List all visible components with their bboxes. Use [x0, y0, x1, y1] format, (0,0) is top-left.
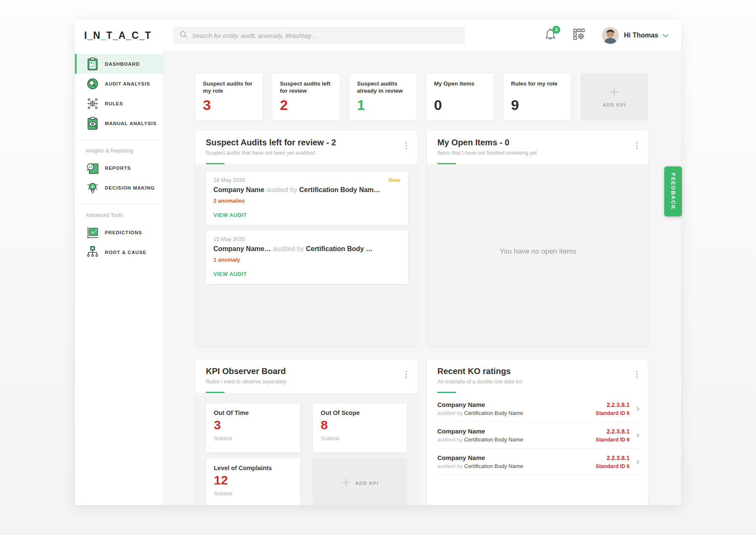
- rules-icon: [86, 96, 99, 111]
- observer-value: 8: [321, 419, 399, 431]
- intact-logo: I_N_T_A_C_T: [84, 30, 157, 41]
- sidebar-item-predictions[interactable]: PREDICTIONS: [75, 222, 163, 242]
- search-input[interactable]: [192, 32, 458, 39]
- avatar[interactable]: [602, 27, 619, 44]
- panel-menu-button[interactable]: [634, 139, 639, 152]
- dashboard-icon: [86, 57, 99, 71]
- sidebar-item-rules[interactable]: RULES: [75, 94, 163, 113]
- ko-rating-row[interactable]: Company Name audited by Certification Bo…: [437, 396, 639, 422]
- audit-date: 15 May 2020: [213, 236, 245, 242]
- kpi-card-rules-for-my-role[interactable]: Rules for my role 9: [503, 73, 571, 120]
- app-window: I_N_T_A_C_T 3: [75, 20, 681, 505]
- ko-rating-row[interactable]: Company Name audited by Certification Bo…: [437, 422, 639, 449]
- kpi-card-my-open-items[interactable]: My Open Items 0 -: [426, 73, 494, 120]
- sidebar-item-label: DASHBOARD: [105, 62, 140, 67]
- panel-body: Company Name audited by Certification Bo…: [427, 393, 648, 505]
- panel-subtitle: Suspect audits that have not been yet an…: [206, 150, 408, 156]
- logo-accent-underscore: _: [101, 30, 106, 41]
- kpi-card-suspect-audits-my-role[interactable]: Suspect audits for my role 3: [195, 73, 263, 120]
- add-kpi-label: ADD KPI: [355, 481, 379, 486]
- panel-menu-button[interactable]: [634, 368, 639, 381]
- observer-value: 3: [214, 419, 292, 431]
- audit-card[interactable]: 15 May 2020 Company Name… audited by Cer…: [206, 230, 408, 284]
- sidebar-item-audit-analysis[interactable]: AUDIT ANALYSIS: [75, 74, 163, 94]
- sidebar-item-decision-making[interactable]: DECISION MAKING: [75, 178, 163, 198]
- chevron-right-icon[interactable]: ›: [636, 457, 639, 466]
- logo-part1: I_N: [84, 30, 101, 41]
- panels-row: Suspect Audits left for review - 2 Suspe…: [195, 131, 648, 347]
- ko-rating: 2.2.3.8.1: [596, 455, 630, 461]
- audit-main-line: Company Name audited by Certification Bo…: [213, 186, 400, 194]
- audited-by-line: audited by Certification Body Name: [437, 410, 523, 416]
- panel-recent-ko-ratings: Recent KO ratings An example of a double…: [427, 359, 648, 505]
- new-badge: New: [389, 177, 400, 183]
- bell-icon: [545, 35, 556, 42]
- panel-body: Out Of Time 3 Subtext Out Of Scope 8 Sub…: [195, 393, 417, 505]
- sidebar-item-manual-analysis[interactable]: MANUAL ANALYSIS: [75, 113, 163, 133]
- audited-by-label: audited by: [437, 436, 463, 443]
- sidebar-item-label: REPORTS: [105, 166, 131, 171]
- sidebar-item-label: ROOT & CAUSE: [105, 250, 146, 255]
- bottom-panels-row: KPI Observer Board Rules I want to obser…: [195, 359, 648, 505]
- company-name: Company Name: [437, 401, 523, 408]
- observer-card-out-of-scope[interactable]: Out Of Scope 8 Subtext: [313, 403, 407, 452]
- user-menu[interactable]: Hi Thomas: [624, 32, 668, 39]
- notifications-button[interactable]: 3: [545, 29, 556, 43]
- observer-subtext: Subtext: [321, 435, 399, 441]
- top-bar: I_N_T_A_C_T 3: [75, 20, 681, 51]
- audit-analysis-icon: [86, 77, 99, 91]
- sidebar-item-label: PREDICTIONS: [105, 230, 142, 235]
- notification-badge: 3: [552, 26, 560, 34]
- audited-by-line: audited by Certification Body Name: [437, 436, 523, 443]
- kpi-value: 1: [357, 98, 409, 112]
- panel-kpi-observer: KPI Observer Board Rules I want to obser…: [195, 359, 417, 505]
- sidebar-section-insights: Insights & Reporting: [75, 148, 163, 154]
- panel-menu-button[interactable]: [404, 139, 409, 152]
- observer-card-out-of-time[interactable]: Out Of Time 3 Subtext: [206, 403, 300, 452]
- company-name: Company Name…: [213, 245, 271, 252]
- global-search[interactable]: [173, 27, 465, 44]
- certification-body-name: Certification Body Name: [464, 436, 523, 443]
- ko-rating-row[interactable]: Company Name audited by Certification Bo…: [437, 449, 639, 475]
- kpi-row: Suspect audits for my role 3 Suspect aud…: [195, 73, 648, 120]
- chevron-right-icon[interactable]: ›: [636, 404, 639, 413]
- kpi-card-suspect-audits-left[interactable]: Suspect audits left for review 2: [272, 73, 340, 120]
- panel-header: Recent KO ratings An example of a double…: [427, 359, 648, 393]
- panel-menu-button[interactable]: [404, 368, 409, 381]
- panel-accent-dash: [206, 392, 224, 393]
- add-kpi-button[interactable]: ADD KPI: [313, 458, 407, 505]
- sidebar-section-advanced: Advanced Tools: [75, 212, 163, 218]
- main-content: Suspect audits for my role 3 Suspect aud…: [163, 51, 681, 505]
- sidebar-item-reports[interactable]: REPORTS: [75, 158, 163, 178]
- empty-state-message: You have no open items: [437, 171, 639, 256]
- audit-date: 16 May 2020: [213, 177, 245, 183]
- audit-card[interactable]: 16 May 2020 New Company Name audited by …: [206, 171, 408, 225]
- kpi-card-suspect-audits-in-review[interactable]: Suspect audits already in review 1: [349, 73, 417, 120]
- sidebar-item-label: DECISION MAKING: [105, 185, 155, 190]
- anomalies-count: 2 anomalies: [213, 198, 400, 204]
- view-audit-link[interactable]: VIEW AUDIT: [213, 212, 247, 218]
- sidebar-divider: [75, 204, 163, 205]
- apps-settings-button[interactable]: [573, 28, 586, 43]
- view-audit-link[interactable]: VIEW AUDIT: [213, 271, 247, 277]
- sidebar-item-root-cause[interactable]: ROOT & CAUSE: [75, 242, 163, 262]
- audit-main-line: Company Name… audited by Certification B…: [213, 245, 400, 253]
- user-greeting: Hi Thomas: [624, 32, 658, 39]
- search-icon: [180, 31, 187, 40]
- chevron-right-icon[interactable]: ›: [636, 431, 639, 440]
- observer-title: Out Of Scope: [321, 409, 399, 416]
- feedback-tab[interactable]: FEEDBACK: [664, 166, 682, 217]
- kpi-title: Suspect audits left for review: [280, 80, 332, 95]
- audited-by-line: audited by Certification Body Name: [437, 463, 523, 469]
- panel-header: Suspect Audits left for review - 2 Suspe…: [195, 131, 417, 164]
- observer-subtext: Subtext: [214, 490, 292, 497]
- certification-body-name: Certification Body Name: [464, 410, 523, 416]
- sidebar-item-label: AUDIT ANALYSIS: [105, 81, 150, 86]
- add-kpi-label: ADD KPI: [602, 102, 626, 107]
- observer-card-level-of-complaints[interactable]: Level of Complaints 12 Subtext: [206, 458, 300, 505]
- kpi-title: Suspect audits for my role: [203, 80, 255, 95]
- add-kpi-button[interactable]: ADD KPI: [580, 73, 648, 120]
- sidebar-item-dashboard[interactable]: DASHBOARD: [75, 54, 163, 74]
- sidebar-item-label: MANUAL ANALYSIS: [105, 121, 157, 126]
- topbar-right: 3 Hi Thomas: [545, 27, 668, 44]
